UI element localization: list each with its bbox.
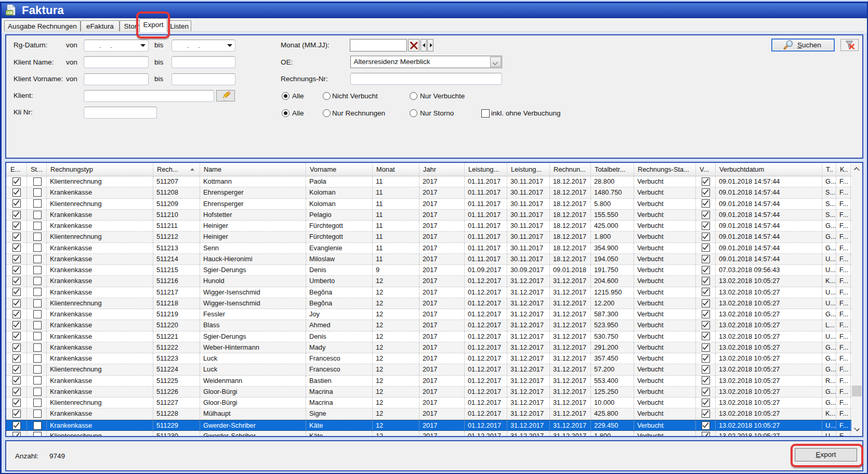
svg-text:···․․·: ···․․· [222, 99, 227, 101]
